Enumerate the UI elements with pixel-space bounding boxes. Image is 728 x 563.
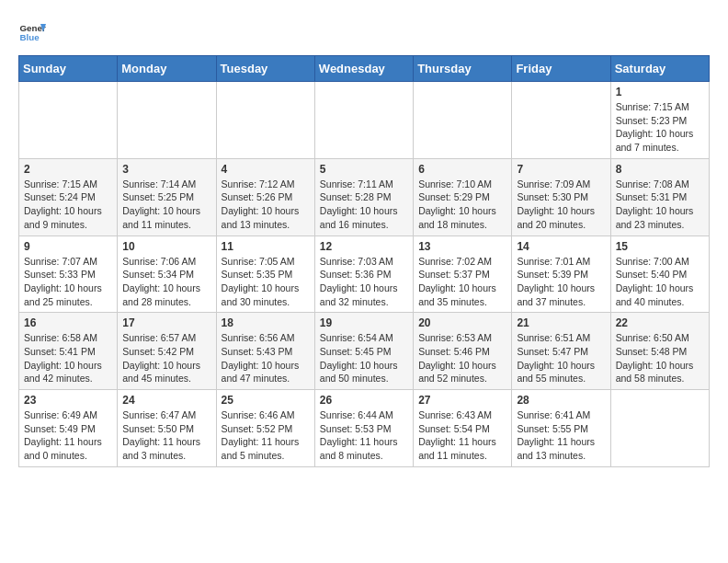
day-number: 4 xyxy=(222,163,310,176)
day-number: 5 xyxy=(320,163,408,176)
day-number: 10 xyxy=(122,240,210,253)
calendar-cell: 27Sunrise: 6:43 AM Sunset: 5:54 PM Dayli… xyxy=(414,390,512,467)
day-info: Sunrise: 7:09 AM Sunset: 5:30 PM Dayligh… xyxy=(517,178,605,232)
calendar-table: SundayMondayTuesdayWednesdayThursdayFrid… xyxy=(18,55,710,467)
day-number: 7 xyxy=(517,163,605,176)
day-info: Sunrise: 7:02 AM Sunset: 5:37 PM Dayligh… xyxy=(418,255,506,309)
calendar-week-row: 1Sunrise: 7:15 AM Sunset: 5:23 PM Daylig… xyxy=(19,82,710,159)
day-number: 16 xyxy=(24,316,112,329)
day-number: 23 xyxy=(24,394,112,407)
calendar-cell xyxy=(19,82,118,159)
calendar-cell: 24Sunrise: 6:47 AM Sunset: 5:50 PM Dayli… xyxy=(118,390,216,467)
day-info: Sunrise: 7:07 AM Sunset: 5:33 PM Dayligh… xyxy=(24,255,112,309)
day-info: Sunrise: 6:54 AM Sunset: 5:45 PM Dayligh… xyxy=(320,331,408,385)
day-info: Sunrise: 6:43 AM Sunset: 5:54 PM Dayligh… xyxy=(418,408,506,463)
day-number: 12 xyxy=(320,240,408,253)
day-info: Sunrise: 7:01 AM Sunset: 5:39 PM Dayligh… xyxy=(517,255,605,309)
calendar-cell: 1Sunrise: 7:15 AM Sunset: 5:23 PM Daylig… xyxy=(610,82,709,159)
day-info: Sunrise: 6:57 AM Sunset: 5:42 PM Dayligh… xyxy=(122,331,210,385)
day-number: 20 xyxy=(418,316,506,329)
calendar-cell xyxy=(414,82,512,159)
day-info: Sunrise: 7:10 AM Sunset: 5:29 PM Dayligh… xyxy=(418,178,506,232)
day-of-week-header: Wednesday xyxy=(314,56,413,82)
calendar-cell: 12Sunrise: 7:03 AM Sunset: 5:36 PM Dayli… xyxy=(314,236,413,313)
day-info: Sunrise: 7:03 AM Sunset: 5:36 PM Dayligh… xyxy=(320,255,408,309)
calendar-cell xyxy=(610,390,709,467)
day-info: Sunrise: 6:41 AM Sunset: 5:55 PM Dayligh… xyxy=(517,408,605,463)
page-header: General Blue xyxy=(18,18,710,46)
calendar-cell: 16Sunrise: 6:58 AM Sunset: 5:41 PM Dayli… xyxy=(19,313,118,390)
svg-text:Blue: Blue xyxy=(20,32,40,42)
calendar-cell: 22Sunrise: 6:50 AM Sunset: 5:48 PM Dayli… xyxy=(610,313,709,390)
day-info: Sunrise: 6:44 AM Sunset: 5:53 PM Dayligh… xyxy=(320,408,408,463)
calendar-cell: 5Sunrise: 7:11 AM Sunset: 5:28 PM Daylig… xyxy=(314,158,413,236)
day-info: Sunrise: 7:14 AM Sunset: 5:25 PM Dayligh… xyxy=(122,178,210,232)
day-of-week-header: Friday xyxy=(512,56,610,82)
calendar-week-row: 9Sunrise: 7:07 AM Sunset: 5:33 PM Daylig… xyxy=(19,236,710,313)
day-number: 15 xyxy=(616,240,704,253)
calendar-cell: 13Sunrise: 7:02 AM Sunset: 5:37 PM Dayli… xyxy=(414,236,512,313)
calendar-cell: 17Sunrise: 6:57 AM Sunset: 5:42 PM Dayli… xyxy=(118,313,216,390)
day-info: Sunrise: 7:00 AM Sunset: 5:40 PM Dayligh… xyxy=(616,255,704,309)
day-info: Sunrise: 7:06 AM Sunset: 5:34 PM Dayligh… xyxy=(122,255,210,309)
day-info: Sunrise: 7:11 AM Sunset: 5:28 PM Dayligh… xyxy=(320,178,408,232)
calendar-cell: 23Sunrise: 6:49 AM Sunset: 5:49 PM Dayli… xyxy=(19,390,118,467)
calendar-cell: 15Sunrise: 7:00 AM Sunset: 5:40 PM Dayli… xyxy=(610,236,709,313)
day-of-week-header: Sunday xyxy=(19,56,118,82)
calendar-cell: 25Sunrise: 6:46 AM Sunset: 5:52 PM Dayli… xyxy=(216,390,314,467)
day-number: 1 xyxy=(616,86,704,98)
day-number: 18 xyxy=(222,316,310,329)
day-number: 13 xyxy=(418,240,506,253)
day-number: 11 xyxy=(222,240,310,253)
day-of-week-header: Tuesday xyxy=(216,56,314,82)
day-number: 9 xyxy=(24,240,112,253)
day-number: 8 xyxy=(616,163,704,176)
day-info: Sunrise: 7:05 AM Sunset: 5:35 PM Dayligh… xyxy=(222,255,310,309)
logo: General Blue xyxy=(18,18,46,46)
calendar-cell xyxy=(512,82,610,159)
day-of-week-header: Thursday xyxy=(414,56,512,82)
day-number: 21 xyxy=(517,316,605,329)
day-info: Sunrise: 6:53 AM Sunset: 5:46 PM Dayligh… xyxy=(418,331,506,385)
day-info: Sunrise: 6:58 AM Sunset: 5:41 PM Dayligh… xyxy=(24,331,112,385)
day-number: 22 xyxy=(616,316,704,329)
calendar-cell: 8Sunrise: 7:08 AM Sunset: 5:31 PM Daylig… xyxy=(610,158,709,236)
day-info: Sunrise: 7:08 AM Sunset: 5:31 PM Dayligh… xyxy=(616,178,704,232)
day-number: 6 xyxy=(418,163,506,176)
day-info: Sunrise: 7:15 AM Sunset: 5:24 PM Dayligh… xyxy=(24,178,112,232)
day-number: 25 xyxy=(222,394,310,407)
day-info: Sunrise: 6:46 AM Sunset: 5:52 PM Dayligh… xyxy=(222,408,310,463)
calendar-cell: 19Sunrise: 6:54 AM Sunset: 5:45 PM Dayli… xyxy=(314,313,413,390)
calendar-cell: 7Sunrise: 7:09 AM Sunset: 5:30 PM Daylig… xyxy=(512,158,610,236)
calendar-cell: 4Sunrise: 7:12 AM Sunset: 5:26 PM Daylig… xyxy=(216,158,314,236)
calendar-cell: 10Sunrise: 7:06 AM Sunset: 5:34 PM Dayli… xyxy=(118,236,216,313)
calendar-cell: 2Sunrise: 7:15 AM Sunset: 5:24 PM Daylig… xyxy=(19,158,118,236)
day-info: Sunrise: 6:47 AM Sunset: 5:50 PM Dayligh… xyxy=(122,408,210,463)
day-info: Sunrise: 6:50 AM Sunset: 5:48 PM Dayligh… xyxy=(616,331,704,385)
calendar-cell: 3Sunrise: 7:14 AM Sunset: 5:25 PM Daylig… xyxy=(118,158,216,236)
day-info: Sunrise: 6:56 AM Sunset: 5:43 PM Dayligh… xyxy=(222,331,310,385)
day-info: Sunrise: 7:15 AM Sunset: 5:23 PM Dayligh… xyxy=(616,100,704,155)
day-info: Sunrise: 7:12 AM Sunset: 5:26 PM Dayligh… xyxy=(222,178,310,232)
day-of-week-header: Monday xyxy=(118,56,216,82)
calendar-cell: 11Sunrise: 7:05 AM Sunset: 5:35 PM Dayli… xyxy=(216,236,314,313)
day-number: 2 xyxy=(24,163,112,176)
day-number: 17 xyxy=(122,316,210,329)
calendar-cell xyxy=(216,82,314,159)
calendar-cell: 14Sunrise: 7:01 AM Sunset: 5:39 PM Dayli… xyxy=(512,236,610,313)
calendar-cell: 21Sunrise: 6:51 AM Sunset: 5:47 PM Dayli… xyxy=(512,313,610,390)
day-number: 14 xyxy=(517,240,605,253)
calendar-cell: 9Sunrise: 7:07 AM Sunset: 5:33 PM Daylig… xyxy=(19,236,118,313)
calendar-cell: 28Sunrise: 6:41 AM Sunset: 5:55 PM Dayli… xyxy=(512,390,610,467)
calendar-cell xyxy=(314,82,413,159)
logo-icon: General Blue xyxy=(18,18,46,46)
calendar-week-row: 16Sunrise: 6:58 AM Sunset: 5:41 PM Dayli… xyxy=(19,313,710,390)
day-number: 3 xyxy=(122,163,210,176)
calendar-cell xyxy=(118,82,216,159)
day-number: 24 xyxy=(122,394,210,407)
calendar-cell: 6Sunrise: 7:10 AM Sunset: 5:29 PM Daylig… xyxy=(414,158,512,236)
day-of-week-header: Saturday xyxy=(610,56,709,82)
calendar-cell: 26Sunrise: 6:44 AM Sunset: 5:53 PM Dayli… xyxy=(314,390,413,467)
day-number: 27 xyxy=(418,394,506,407)
calendar-week-row: 23Sunrise: 6:49 AM Sunset: 5:49 PM Dayli… xyxy=(19,390,710,467)
